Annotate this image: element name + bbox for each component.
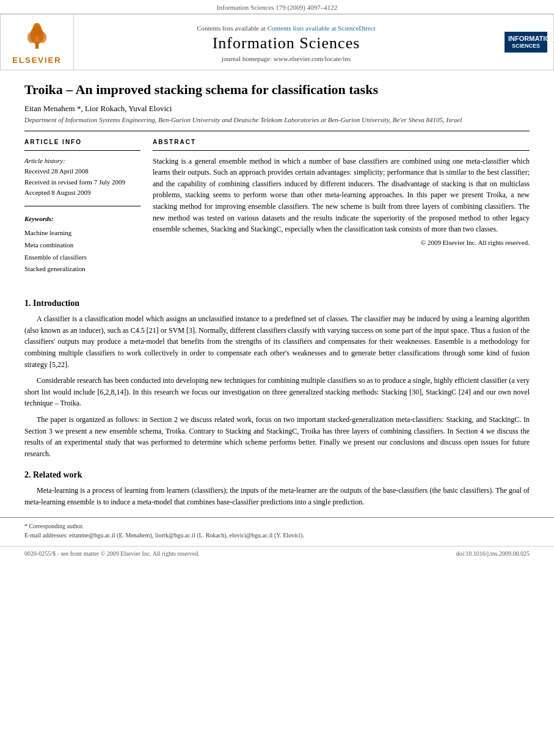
elsevier-logo: ELSEVIER <box>1 15 74 70</box>
two-col-section: ARTICLE INFO Article history: Received 2… <box>24 139 530 276</box>
divider-1 <box>24 131 530 131</box>
received-revised: Received in revised form 7 July 2009 <box>24 177 140 188</box>
page-bottom-bar: 0020-0255/$ - see front matter © 2009 El… <box>0 546 554 561</box>
article-title: Troika – An improved stacking schema for… <box>24 81 530 99</box>
article-info-block: Article history: Received 28 April 2008 … <box>24 156 140 198</box>
footnote-corresponding: * Corresponding author. <box>24 522 530 531</box>
right-column: ABSTRACT Stacking is a general ensemble … <box>153 139 530 276</box>
journal-title: Information Sciences <box>213 34 360 53</box>
keywords-block: Keywords: Machine learning Meta combinat… <box>24 215 140 275</box>
kw-2: Meta combination <box>24 239 140 252</box>
info-sci-badge: INFORMATION SCIENCES <box>505 32 547 53</box>
kw-4: Stacked generalization <box>24 263 140 275</box>
elsevier-brand-text: ELSEVIER <box>12 56 61 65</box>
divider-3 <box>24 206 140 206</box>
section1-para2: Considerable research has been conducted… <box>24 375 530 409</box>
abstract-label: ABSTRACT <box>153 139 530 145</box>
accepted: Accepted 8 August 2009 <box>24 187 140 198</box>
contents-line: Contents lists available at Contents lis… <box>197 24 376 32</box>
received1: Received 28 April 2008 <box>24 166 140 177</box>
journal-logo-right: INFORMATION SCIENCES <box>498 27 553 57</box>
section1-heading: 1. Introduction <box>24 299 530 308</box>
divider-4 <box>153 150 530 151</box>
kw-3: Ensemble of classifiers <box>24 252 140 264</box>
badge-title-line1: INFORMATION <box>508 34 544 43</box>
footnote-emails: E-mail addresses: eitanme@bgu.ac.il (E. … <box>24 531 530 540</box>
svg-point-4 <box>32 23 42 37</box>
citation-text: Information Sciences 179 (2009) 4097–412… <box>217 4 337 11</box>
article-info-label: ARTICLE INFO <box>24 139 140 145</box>
history-label: Article history: <box>24 156 140 167</box>
journal-center: Contents lists available at Contents lis… <box>74 18 498 66</box>
footer-right: doi:10.1016/j.ins.2009.08.025 <box>456 550 530 557</box>
kw-1: Machine learning <box>24 227 140 239</box>
elsevier-tree-icon <box>20 20 54 53</box>
abstract-para: Stacking is a general ensemble method in… <box>153 156 530 235</box>
article-affiliation: Department of Information Systems Engine… <box>24 116 530 123</box>
divider-2 <box>24 150 140 151</box>
badge-title-line2: SCIENCES <box>512 43 540 49</box>
copyright-line: © 2009 Elsevier Inc. All rights reserved… <box>153 239 530 246</box>
footer-left: 0020-0255/$ - see front matter © 2009 El… <box>24 550 200 557</box>
sciencedirect-link[interactable]: Contents lists available at ScienceDirec… <box>268 24 376 32</box>
main-content: Troika – An improved stacking schema for… <box>0 70 554 288</box>
section2-para1: Meta-learning is a process of learning f… <box>24 485 530 507</box>
keywords-label: Keywords: <box>24 215 140 222</box>
footnote-emails-text: E-mail addresses: eitanme@bgu.ac.il (E. … <box>24 532 304 539</box>
section1-para3: The paper is organized as follows: in Se… <box>24 414 530 459</box>
article-authors: Eitan Menahem *, Lior Rokach, Yuval Elov… <box>24 104 530 114</box>
abstract-text: Stacking is a general ensemble method in… <box>153 156 530 235</box>
left-column: ARTICLE INFO Article history: Received 2… <box>24 139 140 276</box>
journal-homepage: journal homepage: www.elsevier.com/locat… <box>222 55 351 62</box>
journal-header: ELSEVIER Contents lists available at Con… <box>0 14 554 70</box>
top-bar: Information Sciences 179 (2009) 4097–412… <box>0 0 554 14</box>
footnote-section: * Corresponding author. E-mail addresses… <box>0 517 554 540</box>
keywords-label-text: Keywords: <box>24 215 54 222</box>
body-content: 1. Introduction A classifier is a classi… <box>0 299 554 507</box>
page-wrapper: Information Sciences 179 (2009) 4097–412… <box>0 0 554 756</box>
section1-para1: A classifier is a classification model w… <box>24 313 530 370</box>
section2-heading: 2. Related work <box>24 470 530 480</box>
